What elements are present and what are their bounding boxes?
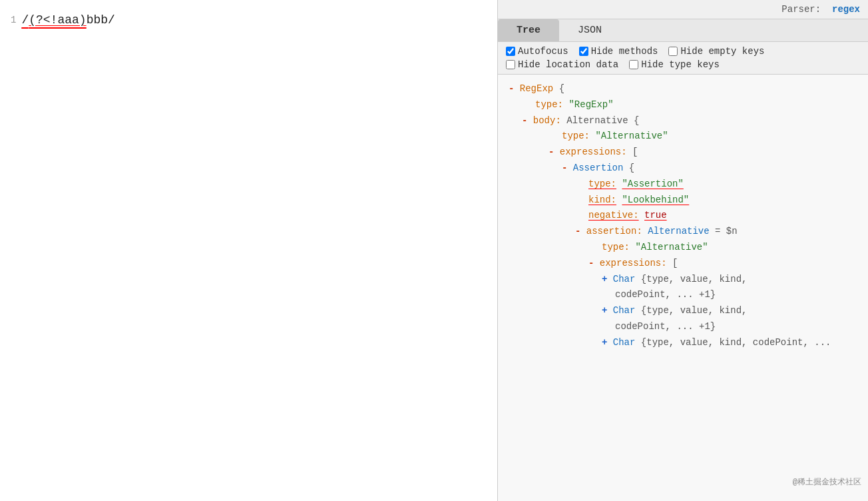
- key-body: body:: [533, 115, 561, 126]
- tree-row-type-alt2: type: "Alternative": [509, 240, 857, 256]
- parser-label: Parser:: [781, 4, 821, 15]
- val-assertion-alt: Alternative: [648, 226, 709, 237]
- key-kind: kind:: [588, 195, 616, 205]
- toggle-regexp[interactable]: -: [509, 83, 514, 94]
- autofocus-checkbox[interactable]: [506, 47, 515, 56]
- punct-char1-cont: codePoint, ... +1}: [615, 289, 716, 300]
- punct-expressions2: [: [672, 258, 678, 268]
- punct-regexp: {: [559, 83, 564, 94]
- toggle-body[interactable]: -: [522, 115, 527, 126]
- hide-empty-keys-checkbox[interactable]: [668, 47, 678, 56]
- option-hide-type-keys[interactable]: Hide type keys: [629, 59, 720, 70]
- key-regexp: RegExp: [520, 83, 553, 94]
- hide-location-label: Hide location data: [518, 59, 618, 70]
- punct-char3: {type, value, kind, codePoint, ...: [641, 337, 831, 348]
- val-negative: true: [644, 210, 667, 221]
- tree-row-assertion: - Assertion {: [509, 161, 857, 177]
- option-hide-location[interactable]: Hide location data: [506, 59, 618, 70]
- tree-row-kind: kind: "Lookbehind": [509, 193, 857, 209]
- val-type-alt: "Alternative": [595, 131, 668, 141]
- tree-row-expressions2: - expressions: [: [509, 256, 857, 272]
- tree-row-body: - body: Alternative {: [509, 113, 857, 129]
- tab-json[interactable]: JSON: [559, 19, 620, 41]
- tree-row-assertion-alt: - assertion: Alternative = $n: [509, 224, 857, 240]
- punct-char2: {type, value, kind,: [641, 305, 748, 316]
- regex-slash-open: /: [21, 13, 29, 27]
- toggle-expressions2[interactable]: -: [588, 258, 594, 268]
- toggle-assertion-alt[interactable]: -: [575, 226, 580, 237]
- tree-row-type-regexp: type: "RegExp": [509, 97, 857, 113]
- toggle-char2[interactable]: +: [602, 305, 607, 316]
- tree-row-char1: + Char {type, value, kind,: [509, 272, 857, 288]
- tree-row-char2: + Char {type, value, kind,: [509, 303, 857, 319]
- key-assertion-node: Assertion: [573, 163, 624, 173]
- options-row-2: Hide location data Hide type keys: [506, 59, 860, 70]
- option-autofocus[interactable]: Autofocus: [506, 46, 568, 57]
- tab-bar: Tree JSON: [498, 19, 868, 42]
- regex-text: /(?<!aaa)bbb/: [21, 13, 114, 27]
- val-type-regexp: "RegExp": [568, 99, 613, 110]
- key-expressions: expressions:: [560, 147, 627, 157]
- tree-row-char3: + Char {type, value, kind, codePoint, ..…: [509, 335, 857, 351]
- toggle-assertion[interactable]: -: [562, 163, 567, 173]
- key-type-assertion: type:: [588, 179, 616, 189]
- punct-expressions: [: [632, 147, 638, 157]
- right-panel: Parser: regex Tree JSON Autofocus Hide m…: [498, 0, 868, 501]
- key-assertion-alt: assertion:: [586, 226, 642, 237]
- key-type-alt: type:: [562, 131, 590, 141]
- val-type-assertion: "Assertion": [622, 179, 683, 189]
- hide-type-keys-checkbox[interactable]: [629, 60, 638, 69]
- toggle-char3[interactable]: +: [602, 337, 607, 348]
- punct-body: Alternative {: [566, 115, 639, 126]
- options-bar: Autofocus Hide methods Hide empty keys H…: [498, 42, 868, 75]
- punct-assertion-alt: = $n: [715, 226, 738, 237]
- regex-rest: bbb/: [87, 13, 115, 27]
- hide-type-keys-label: Hide type keys: [641, 59, 720, 70]
- val-kind: "Lookbehind": [622, 195, 689, 205]
- line-number: 1: [11, 15, 16, 25]
- tree-row-expressions: - expressions: [: [509, 145, 857, 161]
- regex-input-line: 1 /(?<!aaa)bbb/: [11, 13, 487, 27]
- watermark: @稀土掘金技术社区: [793, 476, 861, 488]
- tree-row-type-alt: type: "Alternative": [509, 129, 857, 145]
- options-row-1: Autofocus Hide methods Hide empty keys: [506, 46, 860, 57]
- hide-methods-checkbox[interactable]: [579, 47, 588, 56]
- val-type-alt2: "Alternative": [635, 242, 708, 252]
- key-char2: Char: [613, 305, 636, 316]
- toggle-char1[interactable]: +: [602, 274, 607, 284]
- top-bar: Parser: regex: [498, 0, 868, 19]
- punct-assertion: {: [629, 163, 634, 173]
- regex-lookbehind: (?<!aaa): [29, 13, 86, 27]
- autofocus-label: Autofocus: [518, 46, 568, 57]
- tree-content: - RegExp { type: "RegExp" - body: Altern…: [498, 75, 868, 501]
- toggle-expressions[interactable]: -: [548, 147, 554, 157]
- left-panel: 1 /(?<!aaa)bbb/: [0, 0, 498, 501]
- tree-row-regexp: - RegExp {: [509, 81, 857, 97]
- key-expressions2: expressions:: [600, 258, 667, 268]
- option-hide-empty-keys[interactable]: Hide empty keys: [668, 46, 764, 57]
- hide-location-checkbox[interactable]: [506, 60, 515, 69]
- tree-row-char2-cont: codePoint, ... +1}: [509, 319, 857, 335]
- key-type-regexp: type:: [535, 99, 563, 110]
- parser-link[interactable]: regex: [832, 4, 860, 15]
- tree-row-type-assertion: type: "Assertion": [509, 177, 857, 193]
- key-char1: Char: [613, 274, 636, 284]
- hide-empty-keys-label: Hide empty keys: [680, 46, 764, 57]
- tree-row-char1-cont: codePoint, ... +1}: [509, 287, 857, 303]
- option-hide-methods[interactable]: Hide methods: [579, 46, 658, 57]
- key-type-alt2: type:: [602, 242, 630, 252]
- hide-methods-label: Hide methods: [591, 46, 658, 57]
- punct-char1: {type, value, kind,: [641, 274, 748, 284]
- key-char3: Char: [613, 337, 636, 348]
- tree-row-negative: negative: true: [509, 208, 857, 224]
- tab-tree[interactable]: Tree: [498, 19, 559, 41]
- key-negative: negative:: [588, 210, 639, 221]
- punct-char2-cont: codePoint, ... +1}: [615, 321, 716, 332]
